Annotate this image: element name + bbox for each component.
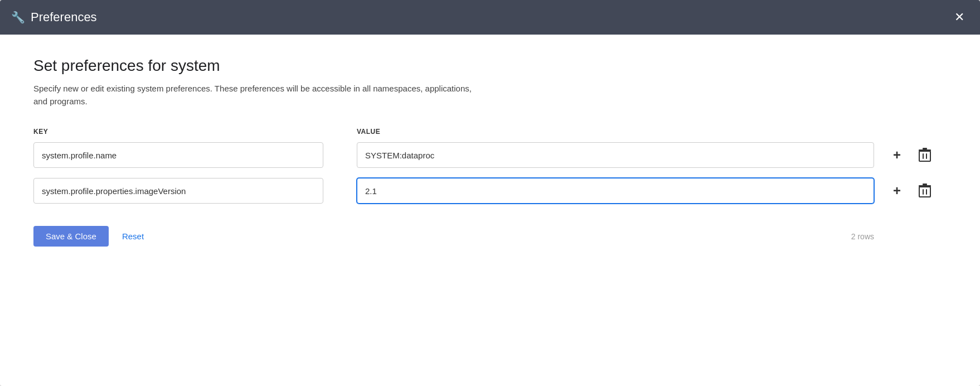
svg-rect-1 [923,153,924,159]
preferences-dialog: 🔧 Preferences ✕ Set preferences for syst… [0,0,980,386]
row-actions-1: + [891,146,947,165]
plus-icon: + [893,184,901,197]
svg-rect-2 [926,153,927,159]
key-input-1[interactable] [33,142,323,168]
delete-row-button-1[interactable] [916,146,933,165]
table-row: + [33,178,947,204]
dialog-header: 🔧 Preferences ✕ [0,0,980,35]
add-row-button-1[interactable]: + [891,146,903,164]
save-close-button[interactable]: Save & Close [33,226,109,247]
dialog-footer: Save & Close Reset 2 rows [33,226,947,247]
svg-rect-5 [919,187,930,197]
dialog-body: Set preferences for system Specify new o… [0,35,980,386]
value-input-2[interactable] [357,178,874,204]
header-left: 🔧 Preferences [11,10,97,25]
svg-rect-7 [926,189,927,195]
trash-icon [919,148,931,162]
wrench-icon: 🔧 [11,11,25,24]
plus-icon: + [893,148,901,162]
table-row: + [33,142,947,168]
add-row-button-2[interactable]: + [891,182,903,200]
svg-rect-4 [923,148,927,149]
rows-count: 2 rows [851,232,874,241]
rows-container: + [33,142,947,204]
columns-header: KEY VALUE [33,128,947,136]
svg-rect-0 [919,151,930,161]
key-column-header: KEY [33,128,323,136]
reset-button[interactable]: Reset [122,231,144,241]
value-input-1[interactable] [357,142,874,168]
svg-rect-6 [923,189,924,195]
svg-rect-8 [919,185,931,187]
section-description: Specify new or edit existing system pref… [33,83,479,108]
value-column-header: VALUE [357,128,947,136]
close-button[interactable]: ✕ [950,9,969,26]
trash-icon [919,184,931,198]
svg-rect-9 [923,184,927,185]
footer-left: Save & Close Reset [33,226,144,247]
section-title: Set preferences for system [33,57,947,75]
key-input-2[interactable] [33,178,323,204]
dialog-title: Preferences [31,10,97,25]
delete-row-button-2[interactable] [916,181,933,200]
row-actions-2: + [891,181,947,200]
svg-rect-3 [919,149,931,151]
